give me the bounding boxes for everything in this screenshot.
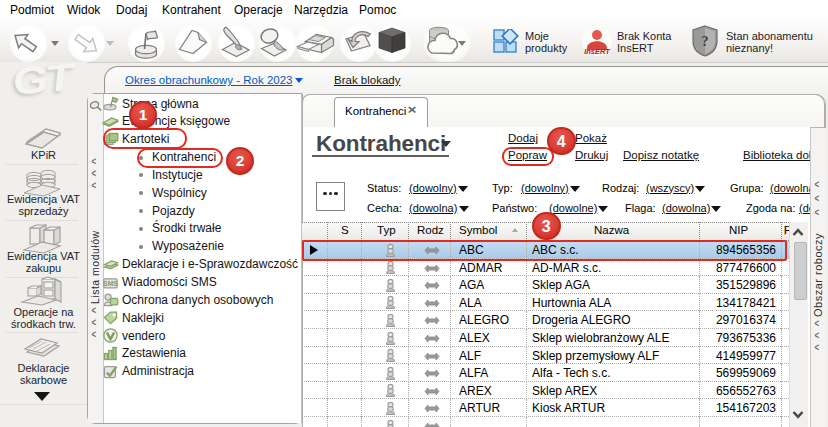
svg-text:InsERT: InsERT [584,47,611,56]
svg-text:?: ? [702,34,709,49]
svg-text:SMS: SMS [103,280,118,287]
